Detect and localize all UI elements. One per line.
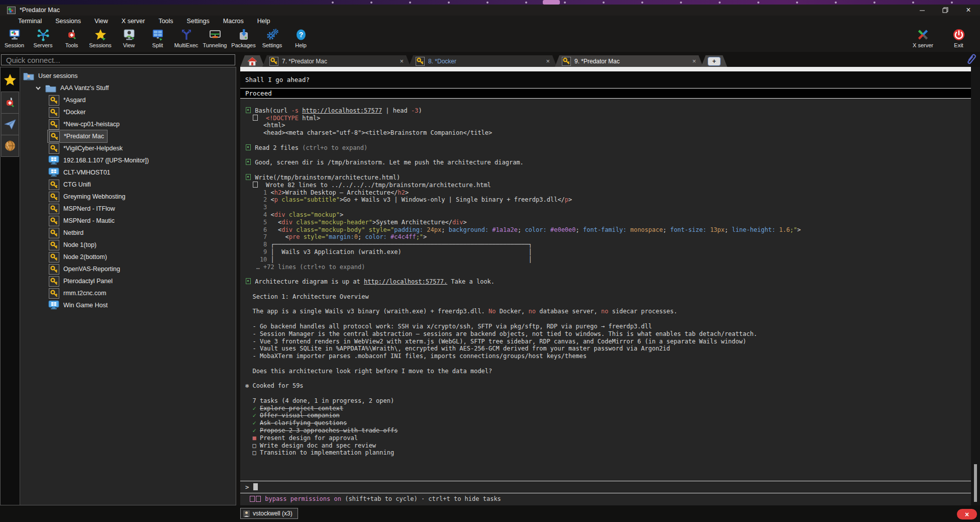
menu-view[interactable]: View — [94, 18, 108, 25]
tree-item-192-168-1-107-ups-monitor-[interactable]: 192.168.1.107 ([UPS-Monitor]) — [20, 154, 236, 166]
tree-item-mspnerd-itflow[interactable]: MSPNerd - ITFlow — [20, 203, 236, 215]
menu-sessions[interactable]: Sessions — [55, 18, 81, 25]
menu-tools[interactable]: Tools — [158, 18, 173, 25]
prompt-input[interactable]: > — [240, 481, 971, 493]
minimize-button[interactable] — [911, 5, 934, 16]
menu-bar: TerminalSessionsViewX serverToolsSetting… — [0, 16, 980, 26]
terminal-line: ✓ Explore project context — [245, 405, 971, 412]
tab-close-icon[interactable]: × — [692, 57, 696, 65]
toolbar-packages-button[interactable]: Packages — [229, 26, 258, 48]
tree-item--vigilcyber-helpdesk[interactable]: *VigilCyber-Helpdesk — [20, 142, 236, 154]
tree-item-netbird[interactable]: Netbird — [20, 227, 236, 239]
key-icon — [48, 228, 59, 238]
key-icon — [416, 57, 425, 66]
toolbar-label: Tunneling — [203, 42, 227, 48]
session-group-tab[interactable]: vstockwell (x3) — [240, 508, 298, 519]
tunneling-icon — [208, 28, 222, 41]
tree-item-label: Pterodactyl Panel — [63, 278, 113, 285]
key-icon — [48, 192, 59, 202]
strip-tools-knife-icon[interactable] — [1, 92, 19, 114]
chevron-down-icon[interactable] — [34, 84, 42, 92]
menu-terminal[interactable]: Terminal — [18, 18, 42, 25]
tree-item-ctg-unifi[interactable]: CTG Unifi — [20, 179, 236, 191]
toolbar-multiexec-button[interactable]: MultiExec — [172, 26, 201, 48]
tree-item--predator-mac[interactable]: *Predator Mac — [20, 130, 236, 142]
toolbar-x server-button[interactable]: X server — [909, 26, 937, 48]
menu-settings[interactable]: Settings — [187, 18, 210, 25]
tree-item-user-sessions[interactable]: User sessions — [20, 70, 236, 82]
toolbar-split-button[interactable]: Split — [143, 26, 172, 48]
tree-item--new-cp01-heistacp[interactable]: *New-cp01-heistacp — [20, 118, 236, 130]
tree-item-win-game-host[interactable]: Win Game Host — [20, 299, 236, 311]
toolbar-exit-button[interactable]: Exit — [944, 26, 973, 48]
key-icon — [48, 252, 59, 262]
terminal-line: <!DOCTYPE html> — [245, 115, 971, 122]
toolbar-servers-button[interactable]: Servers — [29, 26, 57, 48]
terminal-line: 8 ┌─────────────────────────────────────… — [245, 241, 971, 248]
attachments-paperclip-icon[interactable] — [965, 52, 977, 65]
user-icon — [243, 510, 250, 517]
tree-item-node-1-top-[interactable]: Node 1(top) — [20, 239, 236, 251]
permission-dialog: Shall I go ahead? Proceed — [240, 71, 971, 99]
tree-item-mspnerd-mautic[interactable]: MSPNerd - Mautic — [20, 215, 236, 227]
tree-item-node-2-bottom-[interactable]: Node 2(bottom) — [20, 251, 236, 263]
tree-item--docker[interactable]: *Docker — [20, 106, 236, 118]
tree-item-openvas-reporting[interactable]: OpenVAS-Reporting — [20, 263, 236, 275]
view-monitor-icon — [122, 28, 136, 41]
tab-9-predator-mac[interactable]: 9. *Predator Mac× — [555, 55, 703, 67]
menu-x-server[interactable]: X server — [122, 18, 145, 25]
tree-item-pterodactyl-panel[interactable]: Pterodactyl Panel — [20, 275, 236, 287]
tree-item-aaa-vantz-s-stuff[interactable]: AAA Vantz's Stuff — [20, 82, 236, 94]
terminal-line — [245, 360, 971, 368]
toolbar-sessions-button[interactable]: Sessions — [86, 26, 115, 48]
quick-connect-input[interactable] — [1, 54, 235, 65]
terminal-scrollbar[interactable] — [971, 67, 980, 505]
tab-8-docker[interactable]: 8. *Docker× — [409, 55, 557, 67]
menu-macros[interactable]: Macros — [223, 18, 244, 25]
sessions-star-icon — [93, 28, 107, 41]
maximize-button[interactable] — [934, 5, 957, 16]
scrollbar-thumb[interactable] — [974, 464, 977, 502]
terminal-line: 5 <div class="mockup-header">System Arch… — [245, 219, 971, 226]
toolbar-tunneling-button[interactable]: Tunneling — [201, 26, 229, 48]
tab-label: 9. *Predator Mac — [574, 58, 688, 65]
tree-item-label: Win Game Host — [63, 302, 108, 309]
tree-item-greyming-webhosting[interactable]: Greyming Webhosting — [20, 191, 236, 203]
tab-close-icon[interactable]: × — [400, 57, 404, 65]
terminal-line: Section 1: Architecture Overview — [245, 293, 971, 301]
tree-item-label: 192.168.1.107 ([UPS-Monitor]) — [63, 157, 149, 164]
terminal-line: □ Write design doc and spec review — [245, 442, 971, 450]
toolbar-view-button[interactable]: View — [115, 26, 143, 48]
terminal-line: 10 │ │ — [245, 256, 971, 264]
assistant-bullet-icon — [246, 144, 251, 150]
terminal-line: Does this architecture look right before… — [245, 368, 971, 375]
tree-item-label: Node 2(bottom) — [63, 253, 107, 260]
key-icon — [48, 143, 59, 153]
key-icon — [269, 57, 278, 66]
close-button[interactable]: × — [957, 5, 980, 16]
toolbar-tools-button[interactable]: Tools — [57, 26, 86, 48]
strip-globe-icon[interactable] — [1, 135, 19, 157]
toolbar-session-button[interactable]: Session — [0, 26, 29, 48]
toolbar-settings-button[interactable]: Settings — [258, 26, 286, 48]
packages-icon — [237, 28, 250, 41]
tree-item-clt-vmhost01[interactable]: CLT-VMHOST01 — [20, 166, 236, 179]
home-tab[interactable] — [240, 55, 264, 67]
toolbar-help-button[interactable]: ?Help — [286, 26, 315, 48]
tree-item-label: AAA Vantz's Stuff — [60, 84, 109, 92]
terminal-line: 2 <p class="subtitle">Go + Wails v3 | Wi… — [245, 196, 971, 204]
tree-item-rmm-t2cnc-com[interactable]: rmm.t2cnc.com — [20, 287, 236, 299]
proceed-option[interactable]: Proceed — [240, 88, 971, 99]
terminal[interactable]: Shall I go ahead? Proceed Bash(curl -s h… — [240, 67, 971, 505]
terminal-line: Read 2 files (ctrl+o to expand) — [245, 144, 971, 152]
new-tab-button[interactable]: + — [701, 55, 727, 67]
tab-close-icon[interactable]: × — [546, 57, 550, 65]
session-monitor-icon — [8, 28, 21, 41]
tab-7-predator-mac[interactable]: 7. *Predator Mac× — [262, 55, 411, 67]
strip-favorites-star-icon[interactable] — [1, 69, 19, 91]
output-elbow-icon — [253, 115, 258, 121]
tree-item--asgard[interactable]: *Asgard — [20, 94, 236, 106]
notification-close-button[interactable]: × — [957, 509, 977, 519]
menu-help[interactable]: Help — [257, 18, 270, 25]
strip-paper-plane-icon[interactable] — [1, 113, 19, 135]
